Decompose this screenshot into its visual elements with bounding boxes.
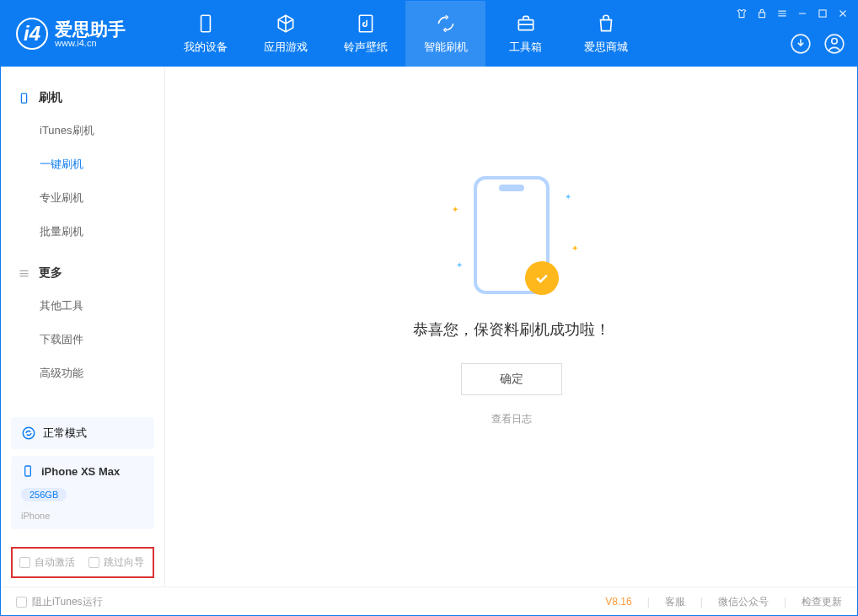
refresh-icon xyxy=(435,13,457,35)
svg-point-9 xyxy=(23,427,35,439)
logo-icon: i4 xyxy=(16,18,48,50)
maximize-icon[interactable] xyxy=(817,8,829,19)
music-icon xyxy=(355,13,377,35)
wechat-link[interactable]: 微信公众号 xyxy=(718,595,769,609)
svg-point-7 xyxy=(832,39,838,45)
version-label: V8.16 xyxy=(605,596,631,608)
bag-icon xyxy=(595,13,617,35)
svg-rect-4 xyxy=(819,10,826,17)
svg-rect-8 xyxy=(21,93,26,102)
status-bar: 阻止iTunes运行 V8.16 | 客服 | 微信公众号 | 检查更新 xyxy=(1,587,857,616)
svg-rect-1 xyxy=(359,15,372,32)
phone-illustration: ✦ ✦ ✦ ✦ xyxy=(474,176,550,294)
phone-icon xyxy=(195,13,217,35)
refresh-circle-icon xyxy=(21,426,36,441)
download-icon[interactable] xyxy=(790,33,812,55)
sidebar-group-more: 更多 xyxy=(18,257,147,289)
checkbox-icon[interactable] xyxy=(16,597,27,608)
svg-rect-10 xyxy=(25,466,31,476)
sparkle-icon: ✦ xyxy=(452,205,458,214)
sidebar-item-oneclick[interactable]: 一键刷机 xyxy=(18,147,147,181)
sidebar-item-firmware[interactable]: 下载固件 xyxy=(18,323,147,356)
sidebar-item-itunes[interactable]: iTunes刷机 xyxy=(18,114,147,147)
app-name: 爱思助手 xyxy=(55,20,126,38)
ok-button[interactable]: 确定 xyxy=(461,363,562,395)
sparkle-icon: ✦ xyxy=(456,260,463,270)
success-message: 恭喜您，保资料刷机成功啦！ xyxy=(413,319,610,340)
device-icon xyxy=(18,92,30,104)
toolbox-icon xyxy=(515,13,537,35)
support-link[interactable]: 客服 xyxy=(665,595,685,609)
checkbox-icon xyxy=(88,557,99,568)
cube-icon xyxy=(275,13,297,35)
sidebar-item-batch[interactable]: 批量刷机 xyxy=(18,215,147,249)
header-actions xyxy=(790,33,845,55)
tab-toolbox[interactable]: 工具箱 xyxy=(485,1,566,67)
sidebar-group-flash: 刷机 xyxy=(18,82,147,114)
user-icon[interactable] xyxy=(823,33,845,55)
minimize-icon[interactable] xyxy=(796,8,808,19)
logo: i4 爱思助手 www.i4.cn xyxy=(1,18,165,50)
main-content: ✦ ✦ ✦ ✦ 恭喜您，保资料刷机成功啦！ 确定 查看日志 xyxy=(165,67,857,587)
device-card[interactable]: iPhone XS Max 256GB iPhone xyxy=(11,456,154,529)
phone-small-icon xyxy=(21,464,35,478)
sparkle-icon: ✦ xyxy=(571,244,578,253)
highlighted-checkboxes: 自动激活 跳过向导 xyxy=(11,547,154,578)
block-itunes-label[interactable]: 阻止iTunes运行 xyxy=(32,595,103,609)
window-controls xyxy=(736,8,849,19)
checkbox-auto-activate[interactable]: 自动激活 xyxy=(19,555,75,570)
device-type: iPhone xyxy=(21,511,50,521)
sidebar-item-other[interactable]: 其他工具 xyxy=(18,289,147,323)
close-icon[interactable] xyxy=(837,8,849,19)
storage-badge: 256GB xyxy=(21,488,67,501)
success-check-icon xyxy=(525,261,559,295)
tab-ringtones[interactable]: 铃声壁纸 xyxy=(325,1,405,67)
nav-tabs: 我的设备 应用游戏 铃声壁纸 智能刷机 工具箱 爱思商城 xyxy=(165,1,646,67)
update-link[interactable]: 检查更新 xyxy=(802,595,842,609)
mode-card[interactable]: 正常模式 xyxy=(11,417,154,449)
tab-store[interactable]: 爱思商城 xyxy=(566,1,646,67)
sidebar-item-advanced[interactable]: 高级功能 xyxy=(18,356,147,390)
shirt-icon[interactable] xyxy=(736,8,748,19)
lock-icon[interactable] xyxy=(756,8,768,19)
list-icon xyxy=(18,267,30,280)
app-header: i4 爱思助手 www.i4.cn 我的设备 应用游戏 铃声壁纸 智能刷机 工具… xyxy=(1,1,857,67)
checkbox-icon xyxy=(19,557,30,568)
tab-my-device[interactable]: 我的设备 xyxy=(165,1,245,67)
sparkle-icon: ✦ xyxy=(565,192,571,201)
svg-rect-3 xyxy=(759,13,765,18)
sidebar-item-pro[interactable]: 专业刷机 xyxy=(18,181,147,215)
view-log-link[interactable]: 查看日志 xyxy=(491,412,532,426)
sidebar: 刷机 iTunes刷机 一键刷机 专业刷机 批量刷机 更多 其他工具 下载固件 … xyxy=(1,67,165,587)
tab-apps[interactable]: 应用游戏 xyxy=(245,1,325,67)
menu-icon[interactable] xyxy=(776,8,788,19)
svg-rect-0 xyxy=(201,15,210,32)
app-url: www.i4.cn xyxy=(55,38,126,48)
checkbox-skip-guide[interactable]: 跳过向导 xyxy=(88,555,144,570)
tab-flash[interactable]: 智能刷机 xyxy=(405,1,485,67)
